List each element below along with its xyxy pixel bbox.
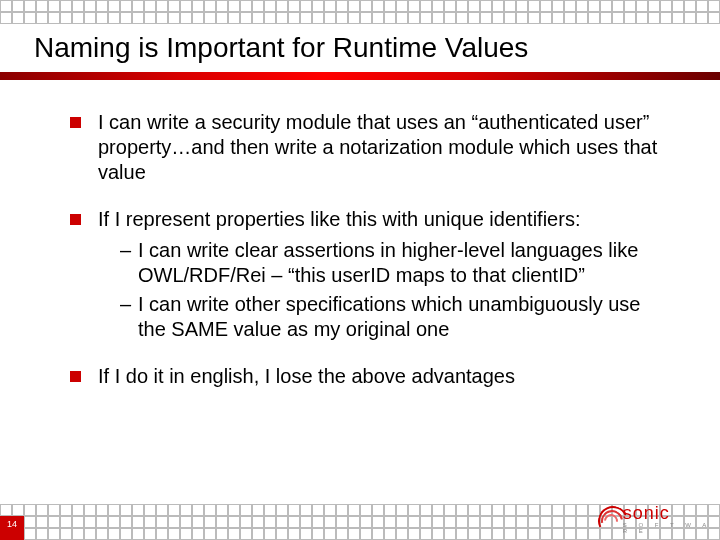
sonic-logo-icon [596,504,619,534]
sonic-logo: sonic S O F T W A R E [596,502,714,536]
bullet-item: If I represent properties like this with… [70,207,660,342]
slide-title: Naming is Important for Runtime Values [34,32,528,64]
sub-list: I can write clear assertions in higher-l… [98,238,660,342]
logo-sub-text: S O F T W A R E [623,522,714,534]
sub-bullet-item: I can write clear assertions in higher-l… [120,238,660,288]
body-content: I can write a security module that uses … [70,110,660,389]
bullet-text: If I do it in english, I lose the above … [98,365,515,387]
bullet-item: I can write a security module that uses … [70,110,660,185]
bullet-text: If I represent properties like this with… [98,208,580,230]
top-border-dots [0,0,720,24]
title-underline-bar [0,72,720,80]
sub-bullet-item: I can write other specifications which u… [120,292,660,342]
bullet-item: If I do it in english, I lose the above … [70,364,660,389]
logo-brand-text: sonic [623,504,714,522]
sub-bullet-text: I can write other specifications which u… [138,293,640,340]
page-number: 14 [0,512,24,536]
sub-bullet-text: I can write clear assertions in higher-l… [138,239,638,286]
bullet-text: I can write a security module that uses … [98,111,657,183]
slide: Naming is Important for Runtime Values I… [0,0,720,540]
